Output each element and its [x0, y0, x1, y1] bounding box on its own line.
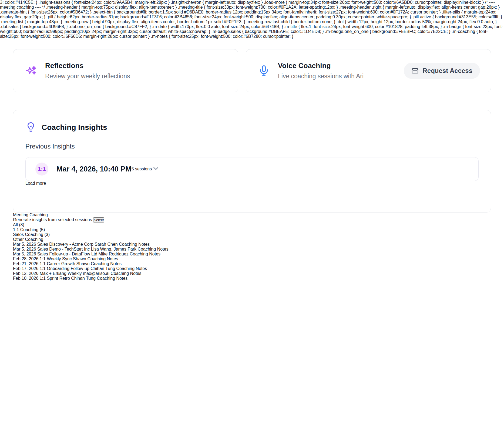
voice-coaching-text: Voice Coaching Live coaching sessions wi…	[278, 62, 364, 80]
request-access-button[interactable]: Request Access	[404, 63, 480, 79]
coaching-link[interactable]: Coaching	[130, 252, 148, 256]
meeting-row[interactable]: Feb 21, 2026 1:1 Career Growth Shawn Coa…	[13, 261, 491, 266]
coaching-link[interactable]: Coaching	[138, 247, 156, 251]
coaching-link[interactable]: Coaching	[87, 257, 106, 261]
participants-badge: Chihan Tung	[71, 276, 96, 281]
filter-pill-label: All (8)	[13, 223, 24, 227]
notes-link[interactable]: Notes	[138, 242, 150, 247]
meeting-title: 1:1 Weekly Sync	[40, 257, 72, 261]
filter-pill[interactable]: 1:1 Coaching (5)	[13, 227, 491, 232]
insight-row[interactable]: 1:1 Mar 4, 2026, 10:40 PM 5 sessions	[25, 157, 479, 181]
voice-coaching-title: Voice Coaching	[278, 62, 364, 70]
meeting-date: Feb 12, 2026	[13, 271, 38, 276]
coaching-insights-title: Coaching Insights	[42, 123, 107, 132]
reflections-text: Reflections Review your weekly reflectio…	[45, 62, 130, 80]
reflections-subtitle: Review your weekly reflections	[45, 73, 130, 80]
generate-insights-hint: Generate insights from selected sessions	[13, 217, 92, 222]
top-cards: Reflections Review your weekly reflectio…	[13, 49, 491, 92]
coaching-link[interactable]: Coaching	[91, 261, 109, 266]
voice-coaching-subtitle: Live coaching sessions with Ari	[278, 73, 364, 80]
meeting-title: 1:1 Onboarding Follow-up	[40, 266, 89, 271]
filter-pill-label: Sales Coaching (3)	[13, 232, 50, 237]
meeting-title: Sales Demo - TechStart Inc	[37, 247, 90, 251]
meeting-row[interactable]: Mar 5, 2026 Sales Follow-up - DataFlow L…	[13, 252, 491, 257]
participants-badge: max@ariso.ai	[83, 271, 109, 276]
coaching-insights-card: Coaching Insights Previous Insights 1:1 …	[13, 110, 491, 213]
request-access-label: Request Access	[422, 67, 472, 75]
participants-badge: Mike Rodriguez	[99, 252, 129, 256]
chevron-down-icon[interactable]	[152, 164, 160, 174]
notes-link[interactable]: Notes	[130, 271, 142, 276]
meeting-date: Feb 21, 2026	[13, 261, 38, 266]
meeting-title: 1:1 Sprint Retro	[40, 276, 70, 281]
meeting-row[interactable]: Feb 28, 2026 1:1 Weekly Sync Shawn Coach…	[13, 257, 491, 261]
notes-link[interactable]: Notes	[157, 247, 169, 251]
notes-link[interactable]: Notes	[136, 266, 147, 271]
insight-date: Mar 4, 2026, 10:40 PM	[56, 165, 132, 173]
filter-pill[interactable]: Sales Coaching (3)	[13, 232, 491, 237]
coaching-link[interactable]: Coaching	[110, 271, 129, 276]
reflections-title: Reflections	[45, 62, 130, 70]
meeting-date: Feb 17, 2026	[13, 266, 38, 271]
insight-type-badge: 1:1	[35, 163, 48, 176]
sparkles-icon	[24, 64, 38, 78]
coaching-link[interactable]: Coaching	[97, 276, 115, 281]
microphone-icon	[257, 64, 271, 78]
meeting-list: Mar 5, 2026 Sales Discovery - Acme Corp …	[13, 242, 491, 281]
meeting-title: Sales Discovery - Acme Corp	[37, 242, 93, 247]
meeting-row[interactable]: Feb 12, 2026 Max + Erkang Weekly max@ari…	[13, 271, 491, 276]
meeting-title: Sales Follow-up - DataFlow Ltd	[37, 252, 97, 256]
participants-badge: Sarah Chen	[95, 242, 117, 247]
envelope-icon	[411, 67, 419, 75]
participants-badge: Lisa Wang, James Park	[91, 247, 136, 251]
meeting-date: Feb 10, 2026	[13, 276, 38, 281]
previous-insights-label: Previous Insights	[25, 143, 479, 150]
coaching-link[interactable]: Coaching	[116, 266, 135, 271]
meeting-row[interactable]: Mar 5, 2026 Sales Demo - TechStart Inc L…	[13, 247, 491, 252]
load-more-link[interactable]: Load more	[25, 181, 46, 186]
meeting-date: Mar 5, 2026	[13, 242, 36, 247]
meeting-coaching-header: Meeting Coaching Generate insights from …	[13, 213, 491, 223]
meeting-date: Feb 28, 2026	[13, 257, 38, 261]
meeting-title: 1:1 Career Growth	[40, 261, 75, 266]
notes-link[interactable]: Notes	[110, 261, 122, 266]
voice-coaching-card[interactable]: Voice Coaching Live coaching sessions wi…	[246, 49, 491, 92]
filter-pill-label: 1:1 Coaching (5)	[13, 227, 45, 232]
filter-pill-label: Other Coaching	[13, 237, 43, 242]
meeting-row[interactable]: Feb 17, 2026 1:1 Onboarding Follow-up Ch…	[13, 266, 491, 271]
filter-pill[interactable]: Other Coaching	[13, 237, 491, 242]
notes-link[interactable]: Notes	[116, 276, 128, 281]
lightbulb-icon	[25, 122, 36, 133]
coaching-insights-header: Coaching Insights	[25, 122, 479, 133]
participants-badge: Chihan Tung	[90, 266, 115, 271]
participants-badge: Shawn	[76, 261, 90, 266]
meeting-date: Mar 5, 2026	[13, 252, 36, 256]
filter-pill[interactable]: All (8)	[13, 223, 491, 227]
meeting-title: Max + Erkang Weekly	[40, 271, 82, 276]
notes-link[interactable]: Notes	[107, 257, 118, 261]
reflections-card[interactable]: Reflections Review your weekly reflectio…	[13, 49, 238, 92]
notes-link[interactable]: Notes	[149, 252, 160, 256]
insight-session-count: 5 sessions	[132, 167, 152, 171]
participants-badge: Shawn	[73, 257, 86, 261]
meeting-coaching-title: Meeting Coaching	[13, 213, 491, 217]
select-sessions-button[interactable]: Select	[93, 217, 104, 223]
meeting-row[interactable]: Feb 10, 2026 1:1 Sprint Retro Chihan Tun…	[13, 276, 491, 281]
coaching-page: Reflections Review your weekly reflectio…	[0, 39, 504, 281]
coaching-link[interactable]: Coaching	[119, 242, 137, 247]
meeting-date: Mar 5, 2026	[13, 247, 36, 251]
meeting-row[interactable]: Mar 5, 2026 Sales Discovery - Acme Corp …	[13, 242, 491, 247]
filter-pills: All (8)1:1 Coaching (5)Sales Coaching (3…	[13, 223, 491, 242]
